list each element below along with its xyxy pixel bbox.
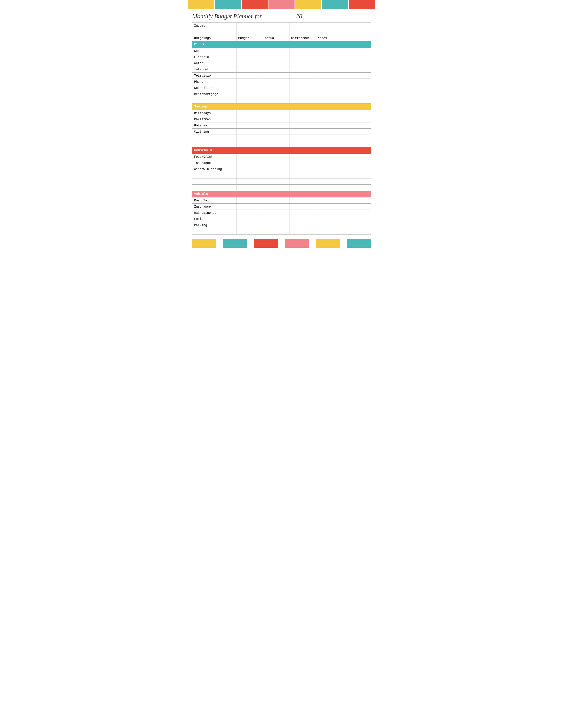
list-item: Water	[192, 60, 371, 66]
list-item: Holiday	[192, 122, 371, 129]
top-bar-yellow-1	[188, 0, 214, 9]
spacer-bills-1	[192, 97, 371, 103]
item-parking: Parking	[192, 222, 236, 228]
list-item: Food/Drink	[192, 154, 371, 160]
item-television: Television	[192, 73, 236, 79]
list-item: Birthdays	[192, 110, 371, 116]
list-item: Parking	[192, 222, 371, 228]
list-item: Internet	[192, 66, 371, 73]
income-difference-cell[interactable]	[290, 23, 316, 29]
list-item: Council Tax	[192, 85, 371, 91]
spacer-savings-1	[192, 135, 371, 141]
top-bar-red-2	[349, 0, 375, 9]
top-bar-red-1	[242, 0, 267, 9]
top-bar-yellow-2	[296, 0, 321, 9]
top-bar-teal-2	[322, 0, 348, 9]
list-item: Clothing	[192, 129, 371, 135]
list-item: Road Tax	[192, 197, 371, 204]
top-color-bars	[188, 0, 375, 9]
list-item: Gas	[192, 48, 371, 54]
income-budget-cell[interactable]	[236, 23, 263, 29]
list-item: Fuel	[192, 216, 371, 222]
item-gas: Gas	[192, 48, 236, 54]
page-title: Monthly Budget Planner for __________ 20…	[188, 11, 375, 23]
top-bar-pink-1	[268, 0, 294, 9]
income-notes-cell[interactable]	[316, 23, 371, 29]
item-clothing: Clothing	[192, 129, 236, 135]
spacer-1	[192, 29, 371, 35]
bottom-color-bars	[188, 239, 375, 248]
list-item: Electric	[192, 54, 371, 60]
item-holiday: Holiday	[192, 122, 236, 129]
col-notes: Notes	[316, 35, 371, 41]
budget-table: Income: Outgoings Budget Actual Differen…	[192, 23, 371, 235]
household-label: Household	[192, 147, 371, 154]
spacer-household-3	[192, 185, 371, 191]
item-electric: Electric	[192, 54, 236, 60]
bottom-bar-teal-1	[223, 239, 247, 248]
list-item: Phone	[192, 79, 371, 85]
item-council-tax: Council Tax	[192, 85, 236, 91]
item-phone: Phone	[192, 79, 236, 85]
col-budget: Budget	[236, 35, 263, 41]
category-household-header: Household	[192, 147, 371, 154]
vehicle-label: Vehicle	[192, 191, 371, 197]
top-bar-teal-1	[215, 0, 241, 9]
page: Monthly Budget Planner for __________ 20…	[188, 0, 375, 252]
list-item: Maintainence	[192, 210, 371, 216]
col-difference: Difference	[290, 35, 316, 41]
bottom-bar-yellow-2	[316, 239, 340, 248]
item-water: Water	[192, 60, 236, 66]
category-vehicle-header: Vehicle	[192, 191, 371, 197]
bills-label: Bills	[192, 41, 371, 48]
item-christmas: Christmas	[192, 116, 236, 122]
col-actual: Actual	[263, 35, 290, 41]
list-item: Insurance	[192, 160, 371, 166]
category-savings-header: Savings	[192, 103, 371, 110]
item-maintainence: Maintainence	[192, 210, 236, 216]
spacer-vehicle-1	[192, 228, 371, 235]
spacer-household-1	[192, 172, 371, 178]
list-item: Window Cleaning	[192, 166, 371, 172]
bottom-bar-red-1	[254, 239, 278, 248]
list-item: Rent/Mortgage	[192, 91, 371, 97]
bottom-bar-pink-1	[285, 239, 309, 248]
col-outgoings: Outgoings	[192, 35, 236, 41]
item-road-tax: Road Tax	[192, 197, 236, 204]
income-label: Income:	[192, 23, 236, 29]
bottom-bar-yellow-1	[192, 239, 216, 248]
item-insurance-household: Insurance	[192, 160, 236, 166]
item-internet: Internet	[192, 66, 236, 73]
item-fuel: Fuel	[192, 216, 236, 222]
spacer-household-2	[192, 178, 371, 185]
item-insurance-vehicle: Insurance	[192, 204, 236, 210]
income-actual-cell[interactable]	[263, 23, 290, 29]
list-item: Insurance	[192, 204, 371, 210]
savings-label: Savings	[192, 103, 371, 110]
item-rent-mortgage: Rent/Mortgage	[192, 91, 236, 97]
outgoings-header-row: Outgoings Budget Actual Difference Notes	[192, 35, 371, 41]
income-row: Income:	[192, 23, 371, 29]
category-bills-header: Bills	[192, 41, 371, 48]
bottom-bar-teal-2	[347, 239, 371, 248]
item-window-cleaning: Window Cleaning	[192, 166, 236, 172]
list-item: Television	[192, 73, 371, 79]
spacer-savings-2	[192, 141, 371, 147]
item-birthdays: Birthdays	[192, 110, 236, 116]
item-food-drink: Food/Drink	[192, 154, 236, 160]
list-item: Christmas	[192, 116, 371, 122]
